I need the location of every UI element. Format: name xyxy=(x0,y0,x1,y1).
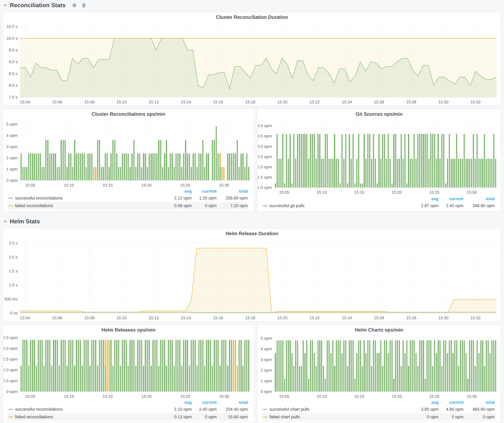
legend-series-name[interactable]: successful reconciliations xyxy=(9,196,165,201)
bar xyxy=(291,183,293,188)
bar xyxy=(63,140,64,180)
bar xyxy=(130,167,131,181)
bar xyxy=(397,159,398,188)
bar xyxy=(417,366,419,392)
bar xyxy=(122,153,123,180)
y-tick-label: 1.0 opm xyxy=(258,185,272,190)
git-sources-ops-chart[interactable]: 15:0515:1015:1515:2015:2515:301.0 opm1.5… xyxy=(258,109,500,196)
section-title[interactable]: Reconciliation Stats xyxy=(10,2,66,9)
cluster-reconciliations-ops-chart[interactable]: 15:0515:1015:1515:2015:2515:300 opm1 opm… xyxy=(4,109,253,189)
bar xyxy=(177,340,179,392)
bar xyxy=(110,340,111,392)
bar xyxy=(34,340,35,392)
bar xyxy=(55,153,56,180)
legend-header-total[interactable]: total xyxy=(463,197,495,201)
legend-header-current[interactable]: current xyxy=(438,400,463,405)
bar xyxy=(342,134,342,188)
legend-header-avg[interactable]: avg xyxy=(165,400,192,405)
helm-releases-ops-chart[interactable]: 15:0515:1015:1515:2015:2515:300 opm0.5 o… xyxy=(4,325,253,400)
x-tick-label: 15:30 xyxy=(467,190,477,195)
bar xyxy=(395,340,396,392)
bar xyxy=(208,153,209,180)
bar xyxy=(304,134,306,188)
bar xyxy=(388,353,389,392)
section-header-reconciliation-stats[interactable]: Reconciliation Stats xyxy=(3,1,86,10)
bar xyxy=(447,353,448,392)
x-tick-label: 15:20 xyxy=(392,190,402,195)
recon_duration-plot[interactable]: 15:0415:0615:0815:1015:1215:1415:1615:18… xyxy=(4,12,500,106)
chevron-down-icon[interactable] xyxy=(3,3,7,7)
bar xyxy=(375,340,376,392)
bar xyxy=(229,153,230,180)
gear-icon[interactable] xyxy=(72,2,77,8)
legend-series-name[interactable]: failed reconciliations xyxy=(9,203,165,208)
x-tick-label: 15:12 xyxy=(149,316,159,320)
helm-release-duration-chart[interactable]: 15:0415:0615:0815:1015:1215:1415:1615:18… xyxy=(4,228,500,322)
series-color-dash xyxy=(9,417,13,417)
section-header-helm-stats[interactable]: Helm Stats xyxy=(3,217,40,226)
bar xyxy=(168,340,169,392)
helm-charts-ops-chart[interactable]: 15:0515:1015:1515:2015:2515:300 opm1 opm… xyxy=(258,325,500,400)
bar xyxy=(212,366,213,392)
legend-header-total[interactable]: total xyxy=(463,400,495,405)
bar xyxy=(43,366,45,392)
x-tick-label: 15:25 xyxy=(429,190,439,195)
legend-header-current[interactable]: current xyxy=(192,400,217,405)
bar xyxy=(388,134,389,188)
bar xyxy=(367,340,368,392)
legend-header-avg[interactable]: avg xyxy=(412,400,438,405)
bar xyxy=(61,340,62,392)
legend-row: successful git pulls2.87 opm2.40 opm346.… xyxy=(262,202,496,210)
bar xyxy=(314,353,315,392)
bar xyxy=(166,140,167,180)
x-tick-label: 15:20 xyxy=(142,394,152,399)
bar xyxy=(466,353,467,392)
series-color-dash xyxy=(263,206,267,206)
bar xyxy=(198,153,199,180)
bar xyxy=(239,167,240,181)
helm_chart_ops-plot[interactable]: 15:0515:1015:1515:2015:2515:300 opm1 opm… xyxy=(258,325,500,400)
legend-series-name[interactable]: failed chart pulls xyxy=(263,415,412,419)
bar xyxy=(114,340,115,392)
bar xyxy=(441,134,443,188)
y-tick-label: 10.0 s xyxy=(6,36,18,41)
bar xyxy=(280,159,282,188)
bar xyxy=(480,340,481,392)
git_ops-plot[interactable]: 15:0515:1015:1515:2015:2515:301.0 opm1.5… xyxy=(258,109,500,196)
legend-series-name[interactable]: successful chart pulls xyxy=(263,407,412,412)
bar xyxy=(124,153,125,180)
chevron-down-icon[interactable] xyxy=(3,219,7,223)
bar xyxy=(449,340,450,392)
bar xyxy=(408,134,409,188)
section-title[interactable]: Helm Stats xyxy=(10,218,40,225)
bar xyxy=(399,159,400,188)
bar xyxy=(82,366,83,392)
helm_rel_ops-plot[interactable]: 15:0515:1015:1515:2015:2515:300 opm0.5 o… xyxy=(4,325,253,400)
cluster-reconciliation-duration-chart[interactable]: 15:0415:0615:0815:1015:1215:1415:1615:18… xyxy=(4,12,500,106)
legend-series-name[interactable]: failed reconciliations xyxy=(9,415,165,419)
bar xyxy=(454,159,455,188)
legend-header-total[interactable]: total xyxy=(217,189,248,194)
legend-header-avg[interactable]: avg xyxy=(412,197,438,201)
trash-icon[interactable] xyxy=(81,3,86,8)
legend-header-current[interactable]: current xyxy=(192,189,217,194)
bar xyxy=(312,134,313,188)
legend-series-name[interactable]: successful reconciliations xyxy=(9,407,165,412)
legend-row: successful chart pulls3.85 opm4.80 opm46… xyxy=(262,405,496,413)
legend-header-total[interactable]: total xyxy=(217,400,248,405)
bar xyxy=(421,134,422,188)
legend-series-name[interactable]: successful git pulls xyxy=(263,203,412,208)
bar xyxy=(486,340,487,392)
x-tick-label: 15:05 xyxy=(25,183,35,188)
legend-header-current[interactable]: current xyxy=(438,197,463,201)
series-area xyxy=(20,248,497,313)
bar xyxy=(53,340,54,392)
legend-value-avg: 0 opm xyxy=(412,415,438,419)
failed-bar xyxy=(108,340,109,392)
bar xyxy=(334,134,335,188)
bar xyxy=(467,159,468,188)
recon_ops-plot[interactable]: 15:0515:1015:1515:2015:2515:300 opm1 opm… xyxy=(4,109,253,189)
helm_duration-plot[interactable]: 15:0415:0615:0815:1015:1215:1415:1615:18… xyxy=(4,228,500,322)
legend-header-avg[interactable]: avg xyxy=(165,189,192,194)
bar xyxy=(342,353,342,392)
